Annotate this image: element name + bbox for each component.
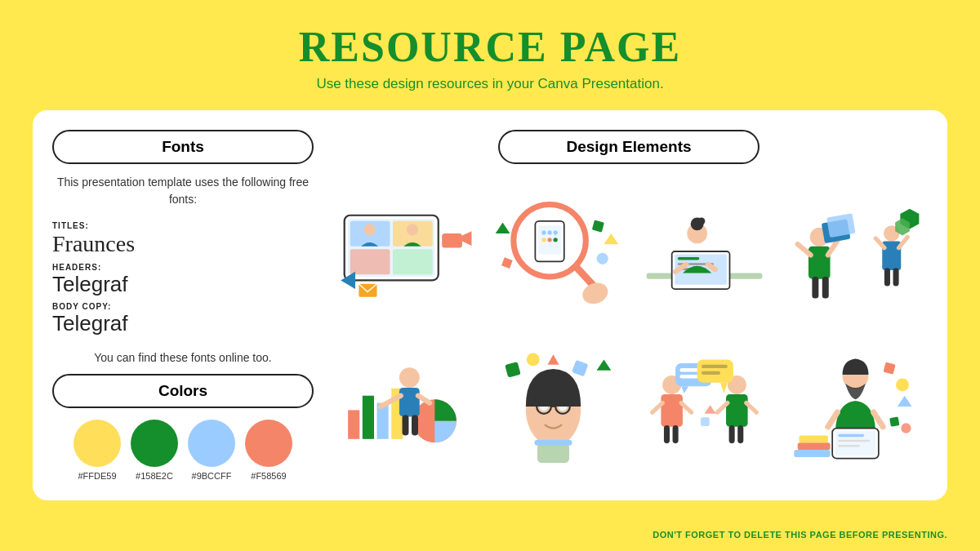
svg-rect-66 xyxy=(412,415,418,436)
svg-rect-106 xyxy=(838,440,870,442)
svg-marker-112 xyxy=(898,396,912,407)
svg-point-7 xyxy=(407,224,418,235)
svg-rect-88 xyxy=(664,425,670,443)
svg-point-20 xyxy=(547,238,551,242)
svg-point-23 xyxy=(580,279,611,307)
font-block-titles: TITLES: Fraunces xyxy=(52,221,314,258)
color-hex-blue: #9BCCFF xyxy=(192,471,232,481)
svg-rect-117 xyxy=(799,435,827,442)
page-header: RESOURCE PAGE Use these design resources… xyxy=(299,0,682,99)
font-label-headers: HEADERS: xyxy=(52,263,314,272)
fonts-header-label: Fonts xyxy=(162,138,204,155)
svg-rect-99 xyxy=(737,425,743,443)
page-title: RESOURCE PAGE xyxy=(299,23,682,71)
svg-rect-101 xyxy=(701,417,710,426)
svg-rect-73 xyxy=(505,362,521,378)
illustration-video-call xyxy=(330,177,474,326)
design-elements-header-box: Design Elements xyxy=(498,130,760,164)
svg-point-19 xyxy=(541,238,546,242)
svg-rect-55 xyxy=(893,268,899,286)
svg-point-26 xyxy=(597,253,608,264)
svg-point-21 xyxy=(554,238,558,242)
svg-rect-45 xyxy=(826,213,856,238)
svg-marker-28 xyxy=(496,223,510,233)
design-elements-label: Design Elements xyxy=(566,138,691,155)
font-label-body: BODY COPY: xyxy=(52,302,314,311)
svg-point-18 xyxy=(554,230,558,234)
colors-header-box: Colors xyxy=(52,374,314,408)
svg-marker-93 xyxy=(720,383,728,393)
color-hex-coral: #F58569 xyxy=(251,471,286,481)
svg-rect-85 xyxy=(679,375,698,378)
colors-header-label: Colors xyxy=(158,382,207,399)
color-swatch-green: #158E2C xyxy=(131,420,178,481)
svg-marker-9 xyxy=(462,231,472,246)
svg-rect-81 xyxy=(661,394,683,427)
svg-point-111 xyxy=(896,378,909,391)
illustration-charts xyxy=(330,332,474,481)
color-swatch-yellow: #FFDE59 xyxy=(74,420,121,481)
svg-marker-77 xyxy=(597,359,612,370)
font-block-body: BODY COPY: Telegraf xyxy=(52,302,314,336)
left-panel: Fonts This presentation template uses th… xyxy=(52,130,314,481)
svg-rect-79 xyxy=(534,440,572,446)
font-block-headers: HEADERS: Telegraf xyxy=(52,263,314,297)
page-subtitle: Use these design resources in your Canva… xyxy=(299,76,682,92)
svg-point-16 xyxy=(541,230,546,234)
color-circle-blue xyxy=(188,420,235,467)
svg-rect-58 xyxy=(377,403,389,439)
svg-rect-32 xyxy=(678,257,700,260)
svg-line-97 xyxy=(746,403,756,413)
svg-point-37 xyxy=(698,217,706,224)
fonts-header-box: Fonts xyxy=(52,130,314,164)
illustrations-grid xyxy=(330,177,928,481)
color-circle-yellow xyxy=(74,420,121,467)
illustration-reading xyxy=(783,332,928,481)
svg-rect-4 xyxy=(350,249,390,274)
right-panel: Design Elements xyxy=(330,130,928,481)
svg-rect-94 xyxy=(702,365,728,368)
svg-marker-83 xyxy=(681,386,688,393)
svg-rect-113 xyxy=(889,416,899,426)
svg-marker-75 xyxy=(547,354,559,364)
svg-rect-95 xyxy=(702,371,720,375)
svg-rect-78 xyxy=(537,442,569,463)
svg-line-64 xyxy=(418,396,430,403)
svg-rect-27 xyxy=(501,257,513,269)
svg-rect-54 xyxy=(884,268,890,286)
svg-marker-25 xyxy=(604,233,618,244)
svg-rect-52 xyxy=(812,277,818,299)
fonts-description: This presentation template uses the foll… xyxy=(52,174,314,208)
svg-point-114 xyxy=(901,423,911,433)
main-card: Fonts This presentation template uses th… xyxy=(33,110,947,500)
footer-note: DON'T FORGET TO DELETE THIS PAGE BEFORE … xyxy=(653,530,947,540)
svg-marker-100 xyxy=(705,405,716,414)
svg-rect-116 xyxy=(794,450,830,457)
svg-line-96 xyxy=(717,403,727,413)
svg-rect-65 xyxy=(403,415,409,436)
color-swatch-coral: #F58569 xyxy=(245,420,292,481)
font-label-titles: TITLES: xyxy=(52,221,314,230)
svg-rect-89 xyxy=(673,425,679,443)
font-name-fraunces: Fraunces xyxy=(52,230,314,258)
svg-rect-57 xyxy=(363,396,374,439)
svg-line-86 xyxy=(653,403,662,413)
color-circle-green xyxy=(131,420,178,467)
svg-rect-105 xyxy=(838,434,864,438)
font-name-telegraf-body: Telegraf xyxy=(52,311,314,336)
svg-rect-76 xyxy=(572,360,588,376)
svg-rect-110 xyxy=(884,362,896,374)
svg-point-74 xyxy=(527,353,540,366)
svg-rect-53 xyxy=(822,277,829,299)
svg-rect-115 xyxy=(798,442,831,450)
svg-point-17 xyxy=(547,230,551,234)
color-hex-green: #158E2C xyxy=(136,471,173,481)
color-swatch-blue: #9BCCFF xyxy=(188,420,235,481)
svg-rect-8 xyxy=(442,233,462,248)
svg-rect-56 xyxy=(348,410,359,438)
svg-rect-24 xyxy=(592,220,604,232)
svg-rect-107 xyxy=(838,445,860,447)
illustration-desk-work xyxy=(632,177,777,326)
svg-point-6 xyxy=(364,224,376,235)
illustration-magnify xyxy=(481,177,626,326)
